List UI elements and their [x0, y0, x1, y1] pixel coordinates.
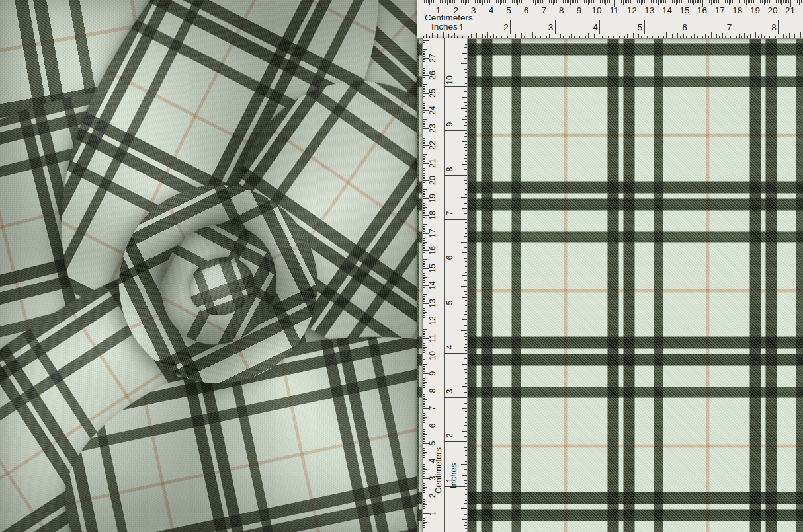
cm-tick	[553, 0, 554, 5]
cm-tick	[736, 0, 736, 3]
inch-tick	[719, 36, 720, 38]
inch-tick	[652, 36, 653, 38]
cm-tick	[423, 291, 425, 291]
cm-tick	[521, 0, 522, 3]
inch-tick	[538, 34, 538, 38]
inch-tick	[465, 311, 468, 312]
cm-tick	[477, 0, 478, 3]
cm-tick	[449, 0, 450, 3]
cm-number: 3	[428, 476, 437, 480]
cm-tick	[602, 0, 603, 3]
cm-tick	[423, 436, 425, 437]
cm-tick	[423, 431, 425, 432]
inch-tick	[464, 347, 467, 348]
inch-tick	[468, 36, 469, 38]
inch-tick	[622, 32, 622, 38]
inch-tick	[465, 178, 468, 178]
cm-tick	[423, 130, 425, 130]
inch-tick	[462, 475, 467, 476]
inch-tick	[462, 75, 467, 75]
cm-tick	[591, 0, 592, 3]
cm-number: 23	[428, 124, 437, 133]
cm-number: 13	[644, 5, 654, 15]
cm-tick	[423, 270, 425, 270]
cm-tick	[423, 350, 425, 351]
inch-tick	[465, 512, 468, 512]
cm-tick	[423, 480, 425, 480]
cm-number: 18	[732, 5, 742, 15]
cm-tick	[423, 523, 425, 524]
cm-tick	[423, 307, 425, 307]
cm-tick	[423, 345, 425, 346]
inch-tick	[464, 314, 467, 315]
cm-tick	[423, 326, 425, 326]
inch-tick	[527, 34, 527, 38]
cm-tick	[423, 116, 425, 116]
ruler-divider-line	[444, 38, 445, 532]
cm-tick	[468, 0, 469, 3]
cm-tick	[475, 0, 476, 3]
cm-tick	[423, 121, 425, 122]
inch-tick	[519, 36, 519, 38]
cm-tick	[743, 0, 743, 3]
inch-tick	[515, 34, 516, 38]
cm-tick	[423, 329, 427, 330]
cm-tick	[423, 485, 425, 486]
cm-tick	[785, 0, 786, 3]
inch-tick	[465, 200, 468, 200]
cm-tick	[423, 132, 425, 132]
cm-tick	[646, 0, 646, 3]
inch-tick	[485, 36, 486, 38]
inch-tick	[464, 180, 467, 181]
horizontal-ruler-inches-label: Inches	[431, 22, 458, 32]
cm-tick	[780, 0, 781, 3]
cm-tick	[423, 226, 425, 227]
inch-tick	[464, 213, 467, 214]
cm-tick	[447, 0, 448, 5]
inch-tick	[549, 34, 550, 38]
inch-tick	[616, 34, 616, 38]
inch-number: 4	[445, 344, 454, 349]
inch-tick	[753, 36, 753, 38]
inch-tick	[465, 61, 468, 61]
inch-tick	[465, 294, 468, 295]
fabric-product-image: Centimeters Inches 123456789101112131415…	[0, 0, 803, 532]
cm-tick	[734, 0, 734, 3]
inch-tick	[510, 20, 511, 34]
cm-tick	[588, 0, 589, 5]
cm-tick	[423, 452, 427, 453]
inch-number: 7	[445, 211, 454, 215]
cm-tick	[642, 0, 643, 3]
inch-tick	[761, 34, 762, 38]
inch-tick	[619, 36, 620, 38]
inch-tick	[461, 108, 467, 109]
cm-tick	[620, 0, 620, 3]
inch-tick	[432, 33, 433, 38]
cm-tick	[741, 0, 741, 3]
cm-tick	[423, 70, 425, 71]
inch-tick	[611, 33, 611, 38]
cm-tick	[423, 525, 425, 526]
cm-tick	[423, 522, 427, 523]
inch-tick	[465, 67, 468, 67]
cm-tick	[523, 0, 523, 3]
cm-tick	[423, 242, 427, 243]
cm-tick	[672, 0, 673, 3]
cm-tick	[748, 0, 749, 3]
cm-tick	[625, 0, 626, 3]
cm-tick	[796, 0, 796, 3]
inch-tick	[465, 266, 468, 267]
cm-tick	[423, 284, 425, 284]
cm-tick	[460, 0, 460, 3]
inch-number: 10	[445, 75, 454, 85]
cm-tick	[423, 317, 425, 318]
flat-fabric-swatch	[417, 0, 803, 532]
cm-tick	[423, 428, 425, 428]
inch-tick	[465, 272, 468, 273]
inch-tick	[421, 20, 421, 34]
cm-tick	[423, 403, 425, 404]
cm-tick	[653, 0, 654, 3]
cm-tick	[507, 0, 507, 3]
cm-tick	[423, 413, 425, 414]
inch-tick	[655, 33, 655, 38]
